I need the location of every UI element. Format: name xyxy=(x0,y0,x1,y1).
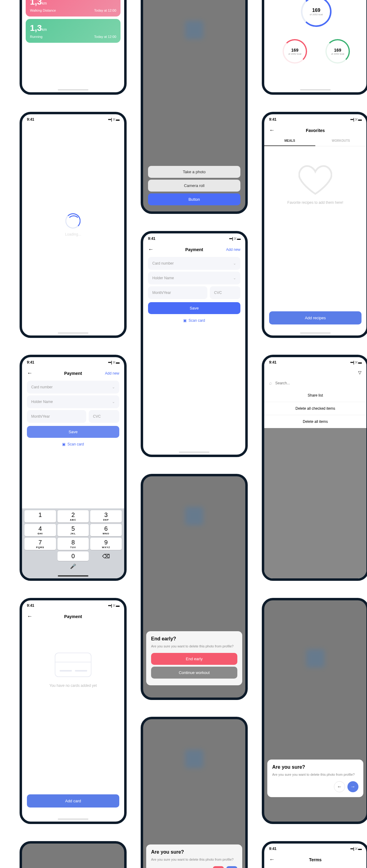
status-bar: 9:41•••| ⁙ ▬ xyxy=(22,357,124,368)
cvc-input[interactable]: CVC xyxy=(210,286,241,299)
key-6[interactable]: 6MNO xyxy=(90,524,122,536)
forward-button[interactable]: → xyxy=(347,781,359,792)
add-card-button[interactable]: Add card xyxy=(27,794,119,807)
photo-picker-screen: Take a photo Camera roll Button xyxy=(141,0,248,214)
card-icon xyxy=(55,653,91,677)
confirm-button[interactable]: ✓ xyxy=(226,866,237,868)
home-indicator xyxy=(300,333,331,334)
scan-card-link[interactable]: ▣Scan card xyxy=(143,318,245,322)
status-bar: 9:41•••| ⁙ ▬ xyxy=(264,114,366,125)
back-icon[interactable]: ← xyxy=(269,857,275,863)
back-icon[interactable]: ← xyxy=(269,127,275,133)
scan-icon: ▣ xyxy=(183,318,187,322)
sheet-title: Are you sure? xyxy=(272,765,359,770)
confirm-sheet: Are you sure? Are you sure you want to d… xyxy=(146,844,242,868)
page-title: Payment xyxy=(22,614,124,619)
walk-label: Walking Distance xyxy=(30,8,56,12)
avatar xyxy=(185,750,203,768)
end-early-sheet: End early? Are you sure you want to dele… xyxy=(146,631,242,685)
running-card[interactable]: 1,3km RunningToday at 12:00 xyxy=(26,19,120,43)
cvc-input[interactable]: CVC xyxy=(89,410,119,423)
chevron-down-icon: ⌄ xyxy=(112,385,115,389)
home-indicator xyxy=(58,575,88,577)
action-button[interactable]: Button xyxy=(148,193,241,205)
key-1[interactable]: 1 xyxy=(25,510,56,522)
key-7[interactable]: 7PQRS xyxy=(25,538,56,550)
take-photo-button[interactable]: Take a photo xyxy=(148,166,241,178)
delete-checked-item[interactable]: Delete all checked items xyxy=(264,402,366,415)
page-title: Favorites xyxy=(264,128,366,133)
share-list-item[interactable]: Share list xyxy=(264,389,366,402)
search-row: ⌕ xyxy=(264,377,366,389)
walk-time: Today at 12:00 xyxy=(94,8,116,12)
cancel-button[interactable]: ✕ xyxy=(213,866,224,868)
key-3[interactable]: 3DEF xyxy=(90,510,122,522)
key-0[interactable]: 0 xyxy=(57,552,89,561)
scan-card-link[interactable]: ▣Scan card xyxy=(22,442,124,446)
activity-cards-screen: 1,3km Walking DistanceToday at 12:00 1,3… xyxy=(20,0,126,95)
status-bar: 9:41•••| ⁙ ▬ xyxy=(22,600,124,611)
key-5[interactable]: 5JKL xyxy=(57,524,89,536)
home-indicator xyxy=(58,333,88,334)
avatar xyxy=(185,21,203,39)
main-ring: 169 of 2052 kcal xyxy=(301,0,332,27)
tabs: MEALS WORKOUTS xyxy=(264,136,366,146)
main-ring-sub: of 2052 kcal xyxy=(310,13,323,16)
card-number-input[interactable]: Card number⌄ xyxy=(27,381,119,394)
sheet-message: Are you sure you want to delete this pho… xyxy=(151,644,237,649)
delete-all-item[interactable]: Delete all items xyxy=(264,415,366,428)
chevron-down-icon: ⌄ xyxy=(233,261,236,266)
key-9[interactable]: 9WXYZ xyxy=(90,538,122,550)
month-year-input[interactable]: Month/Year xyxy=(148,286,207,299)
tab-meals[interactable]: MEALS xyxy=(264,136,315,146)
sheet-message: Are you sure you want to delete this pho… xyxy=(272,772,359,777)
key-2[interactable]: 2ABC xyxy=(57,510,89,522)
loading-text: Loading... xyxy=(65,232,81,237)
chevron-down-icon: ⌄ xyxy=(233,276,236,280)
search-input[interactable] xyxy=(275,381,362,385)
dimmed-area xyxy=(264,428,366,581)
back-icon[interactable]: ← xyxy=(27,613,32,620)
save-button[interactable]: Save xyxy=(27,426,119,438)
arrow-right-icon: → xyxy=(350,784,356,789)
run-time: Today at 12:00 xyxy=(94,35,116,38)
arrow-left-icon: ← xyxy=(337,784,342,789)
save-button[interactable]: Save xyxy=(148,302,241,314)
tab-workouts[interactable]: WORKOUTS xyxy=(315,136,366,146)
end-early-button[interactable]: End early xyxy=(151,653,237,665)
search-icon: ⌕ xyxy=(269,380,272,386)
partial-dim-screen xyxy=(20,841,126,868)
status-bar: 9:41•••| ⁙ ▬ xyxy=(264,357,366,368)
key-4[interactable]: 4GHI xyxy=(25,524,56,536)
walking-card[interactable]: 1,3km Walking DistanceToday at 12:00 xyxy=(26,0,120,17)
add-new-link[interactable]: Add new xyxy=(226,247,241,252)
right-ring-sub: of 2052 kcal xyxy=(331,53,344,55)
empty-text: You have no cards added yet xyxy=(49,683,97,688)
add-new-link[interactable]: Add new xyxy=(105,371,119,375)
month-year-input[interactable]: Month/Year xyxy=(27,410,86,423)
back-icon[interactable]: ← xyxy=(27,370,32,376)
back-icon[interactable]: ← xyxy=(148,246,153,253)
heart-icon xyxy=(299,165,332,195)
key-delete[interactable]: ⌫ xyxy=(90,552,122,561)
loading-screen: 9:41•••| ⁙ ▬ Loading... xyxy=(20,112,126,338)
card-number-input[interactable]: Card number⌄ xyxy=(148,257,241,270)
home-indicator xyxy=(58,89,88,90)
camera-roll-button[interactable]: Camera roll xyxy=(148,180,241,192)
holder-name-input[interactable]: Holder Name⌄ xyxy=(27,395,119,408)
mic-icon[interactable]: 🎤 xyxy=(23,563,123,569)
back-button[interactable]: ← xyxy=(334,781,345,792)
sheet-title: Are you sure? xyxy=(151,849,237,855)
loading-indicator: Loading... xyxy=(65,213,81,237)
header: ← Payment xyxy=(22,611,124,622)
continue-workout-button[interactable]: Continue workout xyxy=(151,666,237,679)
holder-name-input[interactable]: Holder Name⌄ xyxy=(148,272,241,284)
empty-state: You have no cards added yet xyxy=(22,622,124,707)
numeric-keypad: 1 2ABC 3DEF 4GHI 5JKL 6MNO 7PQRS 8TUV 9W… xyxy=(22,508,124,578)
left-ring-sub: of 2052 kcal xyxy=(288,53,301,55)
filter-icon[interactable]: ▽ xyxy=(358,370,362,375)
add-recipes-button[interactable]: Add recipes xyxy=(269,311,362,324)
rings-screen: 169 of 2052 kcal 169 of 2052 kcal 169 of… xyxy=(262,0,367,95)
payment-keypad-screen: 9:41•••| ⁙ ▬ ← Payment Add new Card numb… xyxy=(20,355,126,581)
key-8[interactable]: 8TUV xyxy=(57,538,89,550)
